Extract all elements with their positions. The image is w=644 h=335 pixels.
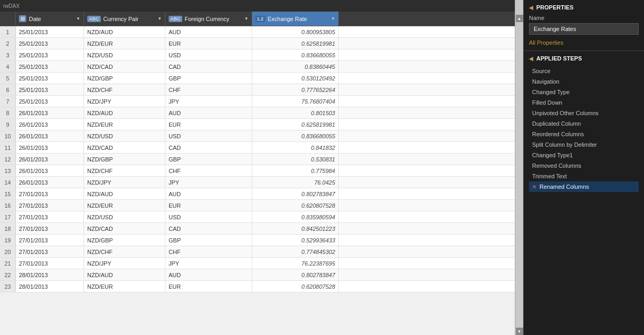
cell-rate: 0.836680055 bbox=[252, 49, 339, 60]
table-row: 17 27/01/2013 NZD/USD USD 0.835980594 bbox=[0, 211, 515, 223]
step-label: Trimmed Text bbox=[532, 173, 567, 179]
col-header-pair[interactable]: ABC Currency Pair ▼ bbox=[84, 12, 165, 26]
table-row: 6 25/01/2013 NZD/CHF CHF 0.777652264 bbox=[0, 84, 515, 96]
foreign-dropdown-icon[interactable]: ▼ bbox=[244, 16, 248, 21]
cell-pair: NZD/USD bbox=[84, 211, 165, 222]
cell-foreign: JPY bbox=[165, 177, 252, 188]
step-item-source[interactable]: Source bbox=[529, 66, 639, 76]
row-num: 6 bbox=[0, 84, 16, 95]
cell-foreign: EUR bbox=[165, 281, 252, 292]
cell-pair: NZD/GBP bbox=[84, 235, 165, 246]
cell-pair: NZD/EUR bbox=[84, 119, 165, 130]
name-value[interactable]: Exchange Rates bbox=[529, 23, 639, 35]
cell-rate: 76.22387695 bbox=[252, 258, 339, 269]
step-item-reordered_columns[interactable]: Reordered Columns bbox=[529, 129, 639, 139]
date-dropdown-icon[interactable]: ▼ bbox=[76, 16, 80, 21]
applied-steps-section: ◀ APPLIED STEPS SourceNavigationChanged … bbox=[524, 51, 644, 335]
cell-pair: NZD/USD bbox=[84, 130, 165, 141]
row-num: 3 bbox=[0, 49, 16, 60]
cell-foreign: EUR bbox=[165, 119, 252, 130]
pair-type-icon: ABC bbox=[87, 16, 101, 22]
cell-foreign: GBP bbox=[165, 154, 252, 165]
cell-date: 27/01/2013 bbox=[16, 188, 84, 199]
steps-list: SourceNavigationChanged TypeFilled DownU… bbox=[529, 66, 639, 192]
step-error-icon: ✕ bbox=[532, 184, 536, 190]
applied-steps-title: APPLIED STEPS bbox=[536, 55, 582, 62]
cell-rate: 0.530831 bbox=[252, 154, 339, 165]
cell-pair: NZD/EUR bbox=[84, 281, 165, 292]
table-row: 1 25/01/2013 NZD/AUD AUD 0.800953805 bbox=[0, 26, 515, 38]
cell-pair: NZD/GBP bbox=[84, 154, 165, 165]
row-num: 5 bbox=[0, 73, 16, 84]
row-num: 7 bbox=[0, 96, 16, 107]
cell-foreign: JPY bbox=[165, 96, 252, 107]
scroll-up-button[interactable]: ▲ bbox=[516, 15, 523, 22]
cell-foreign: CHF bbox=[165, 165, 252, 176]
step-label: Navigation bbox=[532, 78, 559, 85]
cell-foreign: AUD bbox=[165, 107, 252, 118]
rate-dropdown-icon[interactable]: ▼ bbox=[331, 16, 335, 21]
foreign-type-icon: ABC bbox=[169, 16, 182, 22]
step-label: Source bbox=[532, 68, 550, 74]
table-row: 9 26/01/2013 NZD/EUR EUR 0.625819981 bbox=[0, 119, 515, 130]
scroll-down-button[interactable]: ▼ bbox=[516, 328, 523, 335]
row-num: 16 bbox=[0, 200, 16, 211]
step-item-split_column[interactable]: Split Column by Delimiter bbox=[529, 139, 639, 150]
table-row: 5 25/01/2013 NZD/GBP GBP 0.530120492 bbox=[0, 73, 515, 84]
row-num: 20 bbox=[0, 246, 16, 257]
step-item-changed_type[interactable]: Changed Type bbox=[529, 87, 639, 97]
step-item-filled_down[interactable]: Filled Down bbox=[529, 97, 639, 108]
row-num: 4 bbox=[0, 61, 16, 72]
cell-rate: 0.775984 bbox=[252, 165, 339, 176]
cell-date: 26/01/2013 bbox=[16, 154, 84, 165]
cell-foreign: GBP bbox=[165, 73, 252, 84]
cell-date: 27/01/2013 bbox=[16, 200, 84, 211]
cell-rate: 0.801503 bbox=[252, 107, 339, 118]
step-label: Filled Down bbox=[532, 99, 562, 106]
step-item-navigation[interactable]: Navigation bbox=[529, 76, 639, 87]
cell-rate: 75.76807404 bbox=[252, 96, 339, 107]
cell-date: 27/01/2013 bbox=[16, 223, 84, 234]
cell-foreign: CAD bbox=[165, 142, 252, 153]
cell-pair: NZD/CHF bbox=[84, 246, 165, 257]
table-area: rwDAX ⊞ Date ▼ ABC Currency Pair ▼ ABC F… bbox=[0, 0, 515, 335]
row-num: 10 bbox=[0, 130, 16, 141]
step-item-renamed_columns[interactable]: ✕Renamed Columns bbox=[529, 181, 639, 192]
cell-pair: NZD/USD bbox=[84, 49, 165, 60]
cell-rate: 0.777652264 bbox=[252, 84, 339, 95]
row-num: 15 bbox=[0, 188, 16, 199]
cell-date: 25/01/2013 bbox=[16, 49, 84, 60]
step-label: Changed Type bbox=[532, 89, 569, 95]
table-row: 20 27/01/2013 NZD/CHF CHF 0.774845302 bbox=[0, 246, 515, 258]
cell-date: 27/01/2013 bbox=[16, 235, 84, 246]
cell-date: 26/01/2013 bbox=[16, 165, 84, 176]
cell-rate: 0.841832 bbox=[252, 142, 339, 153]
applied-steps-header: ◀ APPLIED STEPS bbox=[529, 55, 639, 62]
top-bar: rwDAX bbox=[0, 0, 515, 12]
step-item-unpivoted_other_columns[interactable]: Unpivoted Other Columns bbox=[529, 108, 639, 118]
step-item-changed_type1[interactable]: Changed Type1 bbox=[529, 150, 639, 160]
col-pair-label: Currency Pair bbox=[103, 16, 139, 22]
scrollbar[interactable]: ▲ ▼ bbox=[515, 0, 523, 335]
cell-date: 25/01/2013 bbox=[16, 96, 84, 107]
all-properties-link[interactable]: All Properties bbox=[529, 39, 563, 46]
step-item-removed_columns[interactable]: Removed Columns bbox=[529, 160, 639, 171]
table-row: 4 25/01/2013 NZD/CAD CAD 0.83860445 bbox=[0, 61, 515, 73]
step-item-trimmed_text[interactable]: Trimmed Text bbox=[529, 171, 639, 181]
col-header-rate[interactable]: 1.2 Exchange Rate ▼ bbox=[252, 12, 339, 26]
cell-foreign: GBP bbox=[165, 235, 252, 246]
col-header-date[interactable]: ⊞ Date ▼ bbox=[16, 12, 84, 26]
row-num: 17 bbox=[0, 211, 16, 222]
step-label: Changed Type1 bbox=[532, 152, 573, 158]
properties-header: ◀ PROPERTIES bbox=[529, 4, 639, 11]
cell-pair: NZD/AUD bbox=[84, 188, 165, 199]
row-num: 23 bbox=[0, 281, 16, 292]
cell-date: 25/01/2013 bbox=[16, 73, 84, 84]
table-row: 7 25/01/2013 NZD/JPY JPY 75.76807404 bbox=[0, 96, 515, 107]
step-item-duplicated_column[interactable]: Duplicated Column bbox=[529, 118, 639, 129]
col-rate-label: Exchange Rate bbox=[268, 16, 307, 22]
step-label: Removed Columns bbox=[532, 163, 581, 169]
col-header-foreign[interactable]: ABC Foreign Currency ▼ bbox=[165, 12, 252, 26]
table-row: 8 26/01/2013 NZD/AUD AUD 0.801503 bbox=[0, 107, 515, 119]
pair-dropdown-icon[interactable]: ▼ bbox=[158, 16, 162, 21]
